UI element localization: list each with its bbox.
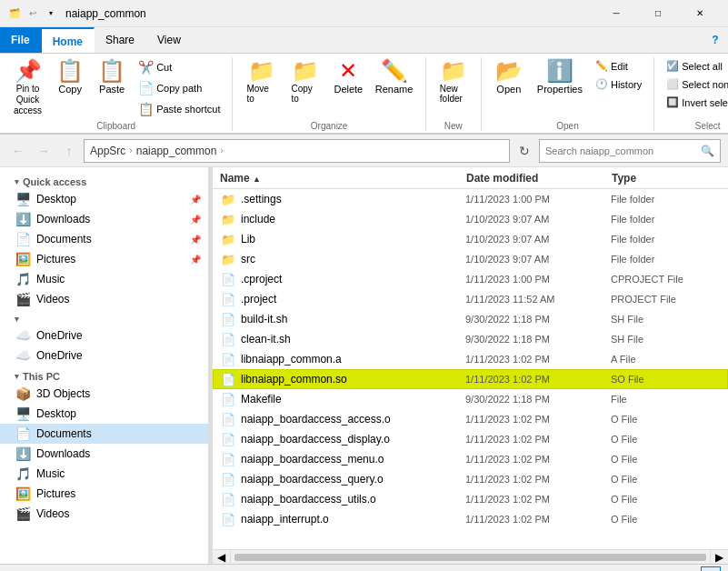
maximize-button[interactable]: □ bbox=[637, 0, 679, 27]
file-icon: 📁 bbox=[221, 253, 235, 266]
table-row[interactable]: 📄 .project 1/11/2023 11:52 AM PROJECT Fi… bbox=[213, 289, 728, 309]
scroll-left-button[interactable]: ◀ bbox=[213, 550, 231, 565]
pictures-qa-icon: 🖼️ bbox=[15, 252, 31, 266]
paste-shortcut-button[interactable]: 📋 Paste shortcut bbox=[134, 99, 224, 119]
table-row[interactable]: 📄 naiapp_boardaccess_utils.o 1/11/2023 1… bbox=[213, 489, 728, 509]
window-title: naiapp_common bbox=[65, 7, 595, 20]
delete-button[interactable]: ✕ Delete bbox=[328, 57, 368, 97]
file-date: 1/11/2023 1:00 PM bbox=[465, 274, 611, 285]
back-button[interactable]: ← bbox=[7, 140, 29, 162]
table-row[interactable]: 📄 naiapp_boardaccess_query.o 1/11/2023 1… bbox=[213, 469, 728, 489]
column-name[interactable]: Name ▲ bbox=[220, 172, 466, 185]
quick-access-expand[interactable]: ▾ bbox=[15, 177, 19, 186]
onedrive-expand[interactable]: ▾ bbox=[15, 315, 19, 324]
file-date: 1/10/2023 9:07 AM bbox=[465, 254, 611, 265]
sidebar-item-documents-pc[interactable]: 📄 Documents bbox=[0, 424, 208, 444]
table-row[interactable]: 📄 naiapp_boardaccess_display.o 1/11/2023… bbox=[213, 429, 728, 449]
file-name: naiapp_boardaccess_utils.o bbox=[241, 493, 465, 506]
rename-button[interactable]: ✏️ Rename bbox=[370, 57, 418, 97]
sidebar-item-onedrive-2[interactable]: ☁️ OneDrive bbox=[0, 346, 208, 366]
move-to-button[interactable]: 📁 Move to bbox=[240, 57, 283, 106]
tab-file[interactable]: File bbox=[0, 27, 42, 53]
help-button[interactable]: ? bbox=[703, 27, 728, 53]
file-name: naiapp_boardaccess_display.o bbox=[241, 433, 465, 446]
sidebar-item-3dobjects[interactable]: 📦 3D Objects bbox=[0, 384, 208, 404]
status-bar: 18 items 1 item selected 207 KB ☰ ⊞ bbox=[0, 564, 728, 571]
sidebar-item-pictures-qa[interactable]: 🖼️ Pictures 📌 bbox=[0, 249, 208, 269]
select-all-button[interactable]: ☑️ Select all bbox=[662, 57, 728, 75]
table-row[interactable]: 📄 clean-it.sh 9/30/2022 1:18 PM SH File bbox=[213, 329, 728, 349]
paste-button[interactable]: 📋 Paste bbox=[92, 57, 132, 97]
file-name: naiapp_boardaccess_menu.o bbox=[241, 453, 465, 466]
select-items: ☑️ Select all ⬜ Select none 🔲 Invert sel… bbox=[662, 57, 728, 119]
table-row[interactable]: 📁 Lib 1/10/2023 9:07 AM File folder bbox=[213, 229, 728, 249]
forward-button[interactable]: → bbox=[33, 140, 55, 162]
sidebar-item-desktop-pc[interactable]: 🖥️ Desktop bbox=[0, 404, 208, 424]
breadcrumb-item-naiapp[interactable]: naiapp_common bbox=[136, 145, 217, 157]
downloads-qa-icon: ⬇️ bbox=[15, 212, 31, 226]
select-none-button[interactable]: ⬜ Select none bbox=[662, 75, 728, 93]
sidebar-item-onedrive-1[interactable]: ☁️ OneDrive bbox=[0, 326, 208, 346]
minimize-button[interactable]: ─ bbox=[595, 0, 637, 27]
column-type[interactable]: Type bbox=[612, 172, 721, 185]
close-button[interactable]: ✕ bbox=[679, 0, 721, 27]
cut-button[interactable]: ✂️ Cut bbox=[134, 57, 224, 77]
scroll-right-button[interactable]: ▶ bbox=[710, 550, 728, 565]
new-folder-button[interactable]: 📁 New folder bbox=[434, 57, 474, 106]
history-button[interactable]: 🕐 History bbox=[591, 75, 646, 93]
sidebar-item-videos-qa[interactable]: 🎬 Videos bbox=[0, 289, 208, 309]
edit-button[interactable]: ✏️ Edit bbox=[591, 57, 646, 75]
file-type: File folder bbox=[611, 214, 720, 225]
large-icons-view-button[interactable]: ⊞ bbox=[701, 566, 721, 572]
up-button[interactable]: ↑ bbox=[58, 140, 80, 162]
search-input[interactable] bbox=[545, 145, 697, 156]
properties-button[interactable]: ℹ️ Properties bbox=[531, 57, 589, 97]
scrollbar-horizontal[interactable]: ◀ ▶ bbox=[213, 549, 728, 564]
undo-icon[interactable]: ↩ bbox=[25, 6, 40, 21]
tab-home[interactable]: Home bbox=[42, 27, 95, 53]
sidebar-item-music-qa[interactable]: 🎵 Music bbox=[0, 269, 208, 289]
table-row[interactable]: 📄 Makefile 9/30/2022 1:18 PM File bbox=[213, 389, 728, 409]
sidebar-item-videos-pc[interactable]: 🎬 Videos bbox=[0, 504, 208, 524]
title-bar: 🗂️ ↩ ▾ naiapp_common ─ □ ✕ bbox=[0, 0, 728, 27]
scrollbar-thumb-h[interactable] bbox=[234, 554, 706, 561]
customize-icon[interactable]: ▾ bbox=[44, 6, 58, 21]
tab-view[interactable]: View bbox=[146, 27, 193, 53]
table-row[interactable]: 📄 libnaiapp_common.so 1/11/2023 1:02 PM … bbox=[213, 369, 728, 389]
thispc-expand[interactable]: ▾ bbox=[15, 372, 19, 381]
sidebar-item-desktop-qa[interactable]: 🖥️ Desktop 📌 bbox=[0, 189, 208, 209]
organize-items: 📁 Move to 📁 Copy to ✕ Delete ✏️ Rename bbox=[240, 57, 417, 119]
ribbon: File Home Share View ? bbox=[0, 27, 728, 54]
table-row[interactable]: 📄 build-it.sh 9/30/2022 1:18 PM SH File bbox=[213, 309, 728, 329]
table-row[interactable]: 📄 naiapp_boardaccess_menu.o 1/11/2023 1:… bbox=[213, 449, 728, 469]
sidebar-item-downloads-pc[interactable]: ⬇️ Downloads bbox=[0, 444, 208, 464]
pin-to-quick-access-button[interactable]: 📌 Pin to Quick access bbox=[7, 57, 48, 119]
table-row[interactable]: 📁 include 1/10/2023 9:07 AM File folder bbox=[213, 209, 728, 229]
sidebar-item-music-pc[interactable]: 🎵 Music bbox=[0, 464, 208, 484]
tab-share[interactable]: Share bbox=[95, 27, 146, 53]
table-row[interactable]: 📄 naiapp_boardaccess_access.o 1/11/2023 … bbox=[213, 409, 728, 429]
file-icon: 📄 bbox=[221, 513, 235, 526]
quick-access-icon[interactable]: 🗂️ bbox=[7, 6, 22, 21]
invert-selection-button[interactable]: 🔲 Invert selection bbox=[662, 94, 728, 111]
desktop-pc-icon: 🖥️ bbox=[15, 406, 31, 421]
copy-button[interactable]: 📋 Copy bbox=[50, 57, 90, 97]
sidebar-item-documents-qa[interactable]: 📄 Documents 📌 bbox=[0, 229, 208, 249]
refresh-button[interactable]: ↻ bbox=[514, 140, 535, 162]
move-icon: 📁 bbox=[248, 60, 275, 82]
window-controls: ─ □ ✕ bbox=[595, 0, 721, 27]
table-row[interactable]: 📁 src 1/10/2023 9:07 AM File folder bbox=[213, 249, 728, 269]
open-button[interactable]: 📂 Open bbox=[489, 57, 529, 97]
details-view-button[interactable]: ☰ bbox=[677, 566, 697, 572]
table-row[interactable]: 📄 naiapp_interrupt.o 1/11/2023 1:02 PM O… bbox=[213, 509, 728, 529]
copy-to-button[interactable]: 📁 Copy to bbox=[284, 57, 326, 106]
table-row[interactable]: 📄 .cproject 1/11/2023 1:00 PM CPROJECT F… bbox=[213, 269, 728, 289]
table-row[interactable]: 📁 .settings 1/11/2023 1:00 PM File folde… bbox=[213, 189, 728, 209]
sidebar-item-downloads-qa[interactable]: ⬇️ Downloads 📌 bbox=[0, 209, 208, 229]
breadcrumb-item-appsrc[interactable]: AppSrc bbox=[90, 145, 125, 157]
table-row[interactable]: 📄 libnaiapp_common.a 1/11/2023 1:02 PM A… bbox=[213, 349, 728, 369]
sidebar-item-pictures-pc[interactable]: 🖼️ Pictures bbox=[0, 484, 208, 504]
copy-path-button[interactable]: 📄 Copy path bbox=[134, 78, 224, 98]
new-folder-icon: 📁 bbox=[440, 60, 467, 82]
column-date[interactable]: Date modified bbox=[466, 172, 612, 185]
